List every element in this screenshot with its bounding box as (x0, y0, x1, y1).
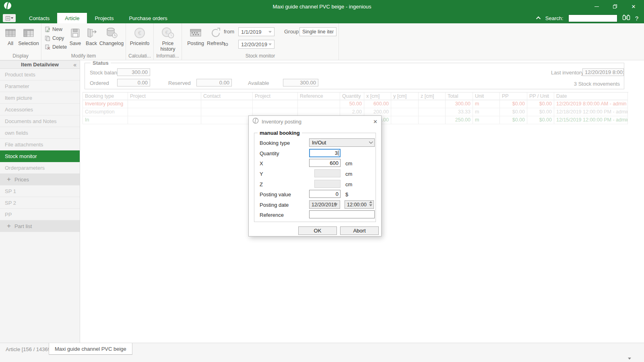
cell-x-cm: 200.00 (364, 108, 391, 116)
x-input[interactable] (309, 159, 341, 167)
posting-button[interactable]: Posting (186, 25, 205, 46)
cell-total: 300.00 (446, 100, 473, 108)
delete-button[interactable]: Delete (45, 43, 67, 51)
document-tab-bar: Article [156 / 14369]Maxi guide channel … (0, 343, 644, 355)
z-input (314, 180, 341, 188)
restore-button[interactable] (612, 3, 618, 10)
group-combobox[interactable]: Single line item (299, 27, 336, 36)
sidebar-item-label: own fields (5, 130, 28, 136)
collapse-sidebar-icon[interactable]: « (73, 62, 76, 68)
column-header-pp[interactable]: PP (500, 93, 527, 100)
abort-button[interactable]: Abort (340, 226, 379, 235)
sidebar-item-prices[interactable]: +Prices (0, 174, 80, 185)
sidebar-item-pp[interactable]: PP (0, 209, 80, 220)
column-header-x-cm[interactable]: x [cm] (364, 93, 391, 100)
tab-contacts[interactable]: Contacts (21, 13, 57, 23)
sidebar-item-item-picture[interactable]: Item picture (0, 92, 80, 104)
new-item-icon (45, 27, 50, 32)
sidebar-item-part-list[interactable]: +Part list (0, 220, 80, 232)
tab-article[interactable]: Article (57, 13, 87, 23)
quantity-input[interactable]: 3 (309, 149, 341, 157)
text-cursor (338, 150, 339, 156)
posting-time-spinner[interactable]: 12:00:00 (345, 200, 374, 209)
back-button[interactable]: Back (83, 25, 99, 46)
price-history-button[interactable]: € Price history (158, 25, 178, 52)
sidebar-item-documents-and-notes[interactable]: Documents and Notes (0, 115, 80, 127)
sidebar-item-label: Part list (14, 223, 32, 229)
sidebar-item-sp-1[interactable]: SP 1 (0, 185, 80, 197)
column-header-z-cm[interactable]: z [cm] (419, 93, 446, 100)
column-header-contact[interactable]: Contact (201, 93, 253, 100)
cell-pp-unit: $0.00 (527, 116, 554, 124)
column-header-quantity[interactable]: Quantity (340, 93, 364, 100)
dialog-close-button[interactable]: ✕ (373, 119, 378, 125)
new-button[interactable]: New (45, 26, 67, 33)
posting-date-combobox[interactable]: 12/20/2019 (309, 200, 340, 209)
changelog-button[interactable]: Changelog (99, 25, 124, 46)
document-tab-maxi-guide-channel-pvc-beige[interactable]: Maxi guide channel PVC beige (49, 343, 132, 355)
booking-type-combobox[interactable]: In/Out (309, 138, 375, 147)
spinner-arrows[interactable] (369, 201, 372, 206)
minimize-button[interactable] (593, 3, 600, 10)
sidebar-item-sp-2[interactable]: SP 2 (0, 197, 80, 209)
ordered-label: Ordered (90, 80, 109, 86)
search-label: Search: (545, 15, 564, 21)
column-header-unit[interactable]: Unit (473, 93, 500, 100)
sidebar-item-product-texts[interactable]: Product texts (0, 69, 80, 80)
chevron-down-icon[interactable] (628, 358, 631, 360)
tab-projects[interactable]: Projects (87, 13, 121, 23)
expand-plus-icon[interactable]: + (7, 175, 11, 183)
sidebar-item-orderparameters[interactable]: Orderparameters (0, 162, 80, 174)
cell-total: 33.33 (446, 108, 473, 116)
column-header-booking-type[interactable]: Booking type (83, 93, 128, 100)
cell-project (128, 108, 201, 116)
status-groupbox: Status Stock balance 300.00 Ordered 0.00… (85, 63, 624, 89)
sidebar-item-label: SP 2 (5, 200, 16, 206)
column-header-project[interactable]: Project (253, 93, 298, 100)
column-header-y-cm[interactable]: y [cm] (391, 93, 419, 100)
cell-total: 250.00 (446, 116, 473, 124)
column-header-pp-unit[interactable]: PP / Unit (527, 93, 554, 100)
table-row[interactable]: Consumption2.00200.0033.33m$0.00$0.0012/… (83, 108, 628, 116)
collapse-ribbon-icon[interactable] (536, 16, 541, 21)
to-date-combobox[interactable]: 12/20/2019 (238, 40, 275, 49)
refresh-button[interactable]: Refresh (205, 25, 226, 46)
cell-x-cm: 600.00 (364, 100, 391, 108)
binoculars-icon[interactable] (622, 14, 630, 23)
sidebar-item-parameter[interactable]: Parameter (0, 80, 80, 92)
tab-purchase-orders[interactable]: Purchase orders (121, 13, 175, 23)
selection-button[interactable]: Selection (19, 25, 39, 46)
copy-button[interactable]: Copy (45, 35, 67, 42)
sidebar-item-label: Orderparameters (5, 165, 45, 171)
column-header-reference[interactable]: Reference (298, 93, 340, 100)
cell-project (128, 100, 201, 108)
help-button[interactable]: ? (635, 15, 638, 22)
search-input[interactable] (568, 14, 617, 22)
all-button[interactable]: All (3, 25, 18, 46)
column-header-date[interactable]: Date (554, 93, 628, 100)
ribbon-group-display: All Selection Display (0, 23, 41, 60)
column-header-project[interactable]: Project (128, 93, 201, 100)
quantity-label: Quantity (260, 150, 279, 156)
save-button[interactable]: Save (67, 25, 83, 46)
table-row[interactable]: Inventory posting50.00600.00300.00m$0.00… (83, 100, 628, 108)
available-label: Available (248, 80, 269, 86)
application-menu-button[interactable] (3, 14, 16, 22)
sidebar-item-label: File attachments (5, 142, 43, 148)
sidebar-item-accessories[interactable]: Accessories (0, 104, 80, 115)
reference-label: Reference (260, 212, 284, 218)
column-header-total[interactable]: Total (446, 93, 473, 100)
ok-button[interactable]: OK (298, 226, 337, 235)
stock-movements-count: 3 Stock movements (574, 81, 620, 87)
close-button[interactable]: ✕ (630, 3, 637, 10)
priceinfo-button[interactable]: € Priceinfo (129, 25, 150, 46)
sidebar-item-file-attachments[interactable]: File attachments (0, 139, 80, 150)
from-date-combobox[interactable]: 1/1/2019 (238, 27, 275, 36)
ribbon-group-information: € Price history Informati... (154, 23, 182, 60)
sidebar-item-stock-monitor[interactable]: Stock monitor (0, 150, 80, 162)
posting-value-input[interactable] (309, 190, 341, 198)
expand-plus-icon[interactable]: + (7, 222, 11, 230)
posting-value-unit-label: $ (345, 191, 348, 197)
reference-input[interactable] (309, 210, 375, 218)
sidebar-item-own-fields[interactable]: own fields (0, 127, 80, 139)
